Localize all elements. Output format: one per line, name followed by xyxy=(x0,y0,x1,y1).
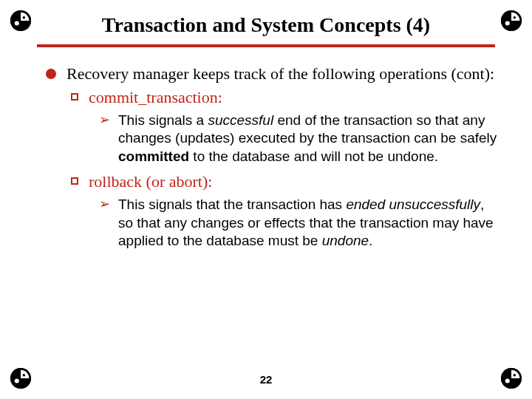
bullet-level-3: ➢ This signals that the transaction has … xyxy=(99,196,501,250)
intro-text: Recovery manager keeps track of the foll… xyxy=(66,64,501,84)
item-name: commit_transaction: xyxy=(89,87,501,108)
slide-body: Recovery manager keeps track of the foll… xyxy=(24,64,508,250)
bullet-icon xyxy=(71,93,78,100)
bullet-level-2: commit_transaction: xyxy=(71,87,501,108)
text-italic: successful xyxy=(208,112,273,128)
svg-point-5 xyxy=(514,16,516,19)
slide-title: Transaction and System Concepts (4) xyxy=(24,13,508,37)
item-name: rollback (or abort): xyxy=(89,171,501,192)
item-description: This signals a successful end of the tra… xyxy=(118,112,501,166)
decorative-corner-icon xyxy=(501,10,522,31)
bullet-level-3: ➢ This signals a successful end of the t… xyxy=(99,112,501,166)
text: This signals that the transaction has xyxy=(118,197,346,212)
text-italic: ended unsuccessfully xyxy=(346,197,480,212)
text-italic: undone xyxy=(322,233,369,248)
bullet-icon xyxy=(71,177,78,185)
text: . xyxy=(369,233,372,248)
svg-point-4 xyxy=(505,21,510,25)
svg-point-2 xyxy=(23,16,26,19)
item-description: This signals that the transaction has en… xyxy=(118,196,501,250)
svg-point-1 xyxy=(15,21,19,25)
decorative-corner-icon xyxy=(10,10,31,31)
text: to the database and will not be undone. xyxy=(189,149,438,164)
text-bold: committed xyxy=(118,149,189,164)
bullet-icon xyxy=(46,69,56,79)
bullet-level-2: rollback (or abort): xyxy=(71,171,501,192)
page-number: 22 xyxy=(0,373,532,386)
text: This signals a xyxy=(118,112,208,128)
title-underline xyxy=(37,44,495,47)
arrow-icon: ➢ xyxy=(99,196,112,250)
bullet-level-1: Recovery manager keeps track of the foll… xyxy=(46,64,501,84)
slide: Transaction and System Concepts (4) Reco… xyxy=(0,0,532,399)
arrow-icon: ➢ xyxy=(99,112,112,166)
